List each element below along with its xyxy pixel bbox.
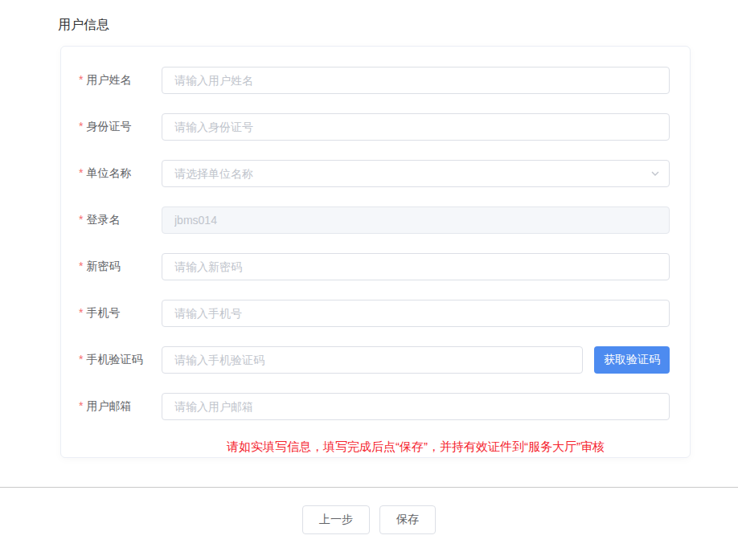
required-asterisk: * — [79, 120, 83, 133]
previous-step-button[interactable]: 上一步 — [302, 505, 370, 534]
footer-divider — [0, 487, 738, 488]
phone-input[interactable] — [162, 300, 670, 327]
user-info-form-card: *用户姓名 *身份证号 *单位名称 *登录名 *新密码 *手机号 — [60, 46, 691, 458]
login-name-input — [162, 206, 670, 234]
required-asterisk: * — [79, 166, 83, 179]
field-control: 获取验证码 — [162, 346, 670, 374]
save-button[interactable]: 保存 — [379, 505, 436, 534]
field-label-phone: *手机号 — [79, 306, 162, 321]
field-control — [162, 113, 670, 141]
field-label-text: 用户邮箱 — [86, 399, 131, 412]
field-label-text: 手机号 — [86, 306, 120, 319]
new-password-input[interactable] — [162, 253, 670, 280]
footer-actions: 上一步 保存 — [0, 505, 738, 534]
field-label-username: *用户姓名 — [79, 73, 162, 88]
field-label-email: *用户邮箱 — [79, 399, 162, 414]
field-label-text: 身份证号 — [86, 120, 131, 133]
idcard-input[interactable] — [162, 113, 670, 141]
form-note: 请如实填写信息，填写完成后点“保存”，并持有效证件到“服务大厅”审核 — [162, 439, 670, 455]
field-label-text: 登录名 — [86, 213, 120, 226]
page-title: 用户信息 — [58, 17, 109, 34]
get-verification-code-button[interactable]: 获取验证码 — [594, 346, 670, 374]
required-asterisk: * — [79, 353, 83, 366]
field-control — [162, 67, 670, 94]
required-asterisk: * — [79, 306, 83, 319]
field-control — [162, 253, 670, 280]
field-label-login-name: *登录名 — [79, 213, 162, 227]
required-asterisk: * — [79, 213, 83, 226]
field-control — [162, 300, 670, 327]
form-item-username: *用户姓名 — [79, 67, 670, 94]
field-label-text: 新密码 — [86, 260, 120, 272]
form-item-phone: *手机号 — [79, 300, 670, 327]
form-item-email: *用户邮箱 — [79, 393, 670, 420]
form-item-new-password: *新密码 — [79, 253, 670, 280]
username-input[interactable] — [162, 67, 670, 94]
required-asterisk: * — [79, 73, 83, 86]
form-item-organization: *单位名称 — [79, 160, 670, 187]
required-asterisk: * — [79, 399, 83, 412]
field-label-text: 用户姓名 — [86, 73, 131, 86]
form-item-login-name: *登录名 — [79, 206, 670, 234]
field-label-sms-code: *手机验证码 — [79, 353, 162, 367]
field-label-idcard: *身份证号 — [79, 120, 162, 134]
field-label-new-password: *新密码 — [79, 260, 162, 274]
field-label-text: 手机验证码 — [86, 353, 142, 366]
required-asterisk: * — [79, 260, 83, 272]
organization-select[interactable] — [162, 160, 670, 187]
field-control — [162, 393, 670, 420]
field-control — [162, 206, 670, 234]
field-label-text: 单位名称 — [86, 166, 131, 179]
form-item-idcard: *身份证号 — [79, 113, 670, 141]
email-input[interactable] — [162, 393, 670, 420]
field-control — [162, 160, 670, 187]
form-item-sms-code: *手机验证码 获取验证码 — [79, 346, 670, 374]
sms-code-input[interactable] — [162, 346, 583, 374]
field-label-organization: *单位名称 — [79, 166, 162, 181]
